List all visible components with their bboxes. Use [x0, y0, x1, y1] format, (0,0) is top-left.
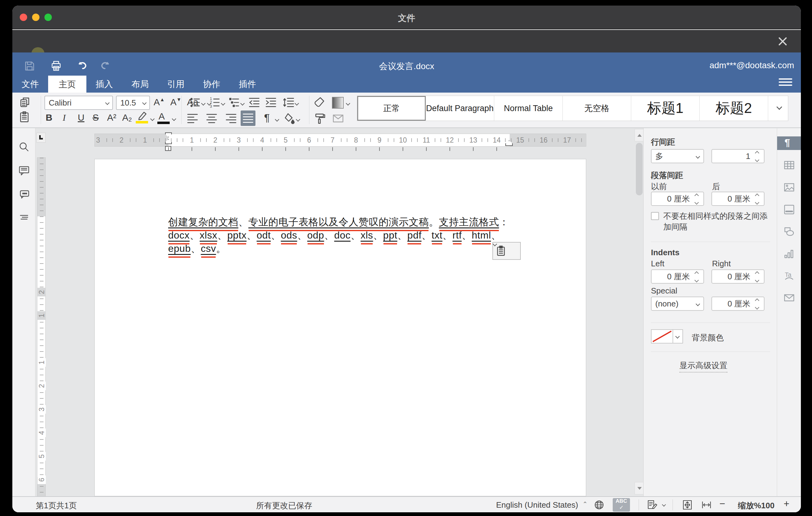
menu-icon[interactable] — [779, 77, 792, 86]
navigation-icon[interactable] — [18, 211, 30, 224]
track-changes-chevron-icon[interactable] — [662, 503, 666, 507]
show-advanced-settings-link[interactable]: 显示高级设置 — [679, 360, 727, 372]
track-changes-icon[interactable] — [647, 499, 658, 511]
line-spacing-mode-select[interactable]: 多 — [651, 149, 704, 163]
font-color-icon[interactable]: A — [158, 111, 165, 122]
line-spacing-chevron-icon[interactable] — [295, 102, 299, 106]
paragraph-shading-icon[interactable] — [283, 112, 295, 125]
vertical-ruler[interactable]: 211234567891011 — [37, 157, 46, 496]
italic-button[interactable]: I — [63, 112, 66, 123]
tab-6[interactable]: 插件 — [230, 76, 265, 93]
font-color-chevron-icon[interactable] — [172, 117, 176, 121]
tab-4[interactable]: 引用 — [158, 76, 194, 93]
set-language-globe-icon[interactable] — [593, 499, 605, 511]
spinner[interactable] — [693, 194, 701, 205]
special-amount-input[interactable]: 0 厘米 — [712, 296, 764, 311]
decrease-indent-icon[interactable] — [248, 96, 260, 109]
shading-chevron-icon[interactable] — [296, 118, 300, 122]
table-settings-icon[interactable] — [783, 159, 795, 171]
bold-button[interactable]: B — [46, 112, 53, 123]
language-selector[interactable]: English (United States) — [496, 500, 578, 510]
spacing-after-input[interactable]: 0 厘米 — [712, 192, 764, 206]
spinner[interactable] — [753, 194, 761, 205]
scroll-down-button[interactable] — [635, 482, 644, 494]
mail-merge-settings-icon[interactable] — [783, 292, 795, 304]
style-2[interactable]: Normal Table — [494, 96, 563, 121]
comments-icon[interactable] — [18, 165, 30, 177]
page-color-icon[interactable] — [332, 97, 344, 109]
spinner[interactable] — [753, 271, 761, 282]
bullets-icon[interactable] — [189, 96, 201, 109]
close-icon[interactable] — [777, 35, 788, 47]
chat-icon[interactable] — [18, 188, 30, 200]
style-1[interactable]: Default Paragraph — [426, 96, 494, 121]
search-icon[interactable] — [18, 141, 30, 153]
spacing-before-input[interactable]: 0 厘米 — [651, 192, 704, 206]
style-5[interactable]: 标题2 — [700, 96, 768, 121]
indent-right-input[interactable]: 0 厘米 — [712, 269, 764, 284]
strikethrough-button[interactable]: S — [92, 112, 99, 123]
mail-merge-icon[interactable] — [332, 112, 344, 125]
spellcheck-toggle[interactable]: ABC✓ — [613, 498, 630, 512]
paragraph-marks-icon[interactable]: ¶ — [264, 112, 270, 124]
fit-page-icon[interactable] — [682, 499, 693, 511]
vertical-scrollbar-thumb[interactable] — [636, 143, 643, 195]
styles-more-icon[interactable] — [777, 105, 782, 110]
font-name-select[interactable]: Calibri — [45, 96, 113, 110]
spinner[interactable] — [753, 298, 761, 310]
zoom-in-button[interactable]: + — [784, 498, 789, 510]
style-3[interactable]: 无空格 — [563, 96, 631, 121]
same-style-checkbox[interactable] — [651, 212, 659, 220]
increase-indent-icon[interactable] — [265, 96, 277, 109]
line-spacing-icon[interactable] — [283, 96, 295, 109]
highlight-chevron-icon[interactable] — [150, 117, 154, 121]
shape-settings-icon[interactable] — [783, 226, 795, 238]
numbering-icon[interactable]: 123 — [209, 96, 221, 109]
subscript-button[interactable]: A₂ — [122, 112, 132, 123]
fit-width-icon[interactable] — [701, 499, 712, 511]
zoom-out-button[interactable]: − — [720, 498, 725, 510]
decrease-font-icon[interactable]: A▼ — [170, 97, 181, 107]
spinner[interactable] — [753, 151, 761, 162]
chart-settings-icon[interactable] — [783, 248, 795, 260]
paragraph-settings-tab[interactable]: ¶ — [777, 136, 801, 150]
background-color-chevron-icon[interactable] — [673, 329, 683, 343]
align-right-icon[interactable] — [225, 112, 237, 125]
multilevel-chevron-icon[interactable] — [241, 102, 244, 106]
numbering-chevron-icon[interactable] — [221, 102, 225, 106]
tab-stop-selector[interactable] — [36, 133, 46, 143]
tab-2[interactable]: 插入 — [86, 76, 122, 93]
align-left-icon[interactable] — [186, 112, 199, 125]
page-color-chevron-icon[interactable] — [346, 102, 350, 106]
scroll-up-button[interactable] — [635, 129, 644, 141]
clear-style-icon[interactable] — [314, 96, 326, 109]
background-color-swatch[interactable] — [651, 329, 673, 343]
style-4[interactable]: 标题1 — [631, 96, 700, 121]
highlight-color-icon[interactable] — [136, 111, 148, 123]
style-0[interactable]: 正常 — [357, 96, 426, 121]
image-settings-icon[interactable] — [783, 181, 795, 194]
tab-0[interactable]: 文件 — [12, 76, 48, 93]
textart-settings-icon[interactable]: Ta — [783, 269, 795, 282]
header-footer-settings-icon[interactable] — [783, 203, 795, 216]
bullets-chevron-icon[interactable] — [201, 102, 205, 106]
align-justify-icon[interactable] — [241, 111, 256, 126]
copy-style-icon[interactable] — [314, 112, 326, 125]
copy-icon[interactable] — [19, 96, 31, 109]
tab-5[interactable]: 协作 — [194, 76, 230, 93]
increase-font-icon[interactable]: A▲ — [154, 97, 165, 107]
tab-3[interactable]: 布局 — [122, 76, 158, 93]
paste-icon[interactable] — [19, 111, 31, 123]
font-size-select[interactable]: 10.5 — [116, 96, 150, 110]
page-indicator[interactable]: 第1页共1页 — [36, 500, 77, 511]
underline-button[interactable]: U — [78, 112, 85, 123]
document-page[interactable]: 创建复杂的文档、专业的电子表格以及令人赞叹的演示文稿。支持主流格式： docx、… — [94, 159, 586, 496]
line-spacing-value-input[interactable]: 1 — [712, 149, 764, 163]
align-center-icon[interactable] — [205, 112, 218, 125]
indent-left-input[interactable]: 0 厘米 — [651, 269, 704, 284]
paste-options-button[interactable] — [492, 242, 521, 260]
superscript-button[interactable]: A² — [107, 112, 116, 123]
paragraph-marks-chevron-icon[interactable] — [275, 118, 279, 122]
spinner[interactable] — [693, 271, 701, 282]
tab-1[interactable]: 主页 — [48, 76, 86, 93]
